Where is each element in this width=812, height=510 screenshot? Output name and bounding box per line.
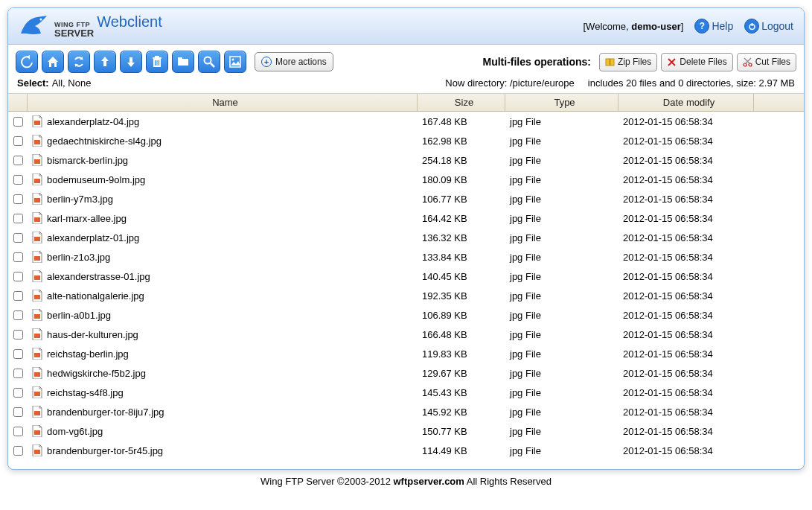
file-icon — [32, 270, 42, 282]
svg-rect-4 — [153, 57, 162, 59]
col-size[interactable]: Size — [418, 94, 505, 111]
file-size: 164.42 KB — [418, 213, 505, 224]
svg-rect-10 — [178, 57, 182, 60]
file-list[interactable]: alexanderplatz-04.jpg167.48 KBjpg File20… — [8, 112, 804, 469]
logout-link[interactable]: Logout — [744, 19, 793, 34]
select-all-link[interactable]: All — [52, 77, 63, 89]
table-row[interactable]: berlin-z1o3.jpg133.84 KBjpg File2012-01-… — [8, 247, 804, 267]
row-checkbox[interactable] — [13, 233, 23, 243]
file-size: 192.35 KB — [418, 290, 505, 302]
table-row[interactable]: alexanderstrasse-01.jpg140.45 KBjpg File… — [8, 267, 804, 286]
download-button[interactable] — [120, 51, 142, 73]
help-link[interactable]: ? Help — [694, 19, 733, 34]
row-checkbox[interactable] — [13, 427, 23, 436]
file-size: 162.98 KB — [418, 136, 505, 147]
file-date: 2012-01-15 06:58:34 — [618, 252, 754, 263]
row-checkbox[interactable] — [13, 330, 23, 340]
table-row[interactable]: reichstag-s4f8.jpg145.43 KBjpg File2012-… — [8, 383, 804, 402]
row-checkbox[interactable] — [13, 369, 23, 378]
file-icon — [32, 251, 42, 263]
table-row[interactable]: haus-der-kulturen.jpg166.48 KBjpg File20… — [8, 325, 804, 344]
file-date: 2012-01-15 06:58:34 — [618, 174, 754, 185]
table-row[interactable]: brandenburger-tor-5r45.jpg114.49 KBjpg F… — [8, 441, 804, 460]
refresh-button[interactable] — [68, 51, 90, 73]
delete-x-icon — [667, 57, 677, 67]
wing-logo-icon — [19, 13, 48, 39]
delete-files-button[interactable]: Delete Files — [661, 53, 732, 71]
table-row[interactable]: gedaechtniskirche-sl4g.jpg162.98 KBjpg F… — [8, 131, 804, 150]
svg-point-11 — [205, 57, 211, 64]
thumbnail-button[interactable] — [224, 51, 246, 73]
table-row[interactable]: brandenburger-tor-8iju7.jpg145.92 KBjpg … — [8, 402, 804, 421]
table-row[interactable]: reichstag-berlin.jpg119.83 KBjpg File201… — [8, 344, 804, 363]
table-row[interactable]: hedwigskirche-f5b2.jpg129.67 KBjpg File2… — [8, 363, 804, 383]
svg-rect-29 — [34, 237, 40, 241]
col-type[interactable]: Type — [505, 94, 618, 111]
col-date[interactable]: Date modify — [618, 94, 754, 111]
table-row[interactable]: alexanderplatz-01.jpg136.32 KBjpg File20… — [8, 228, 804, 247]
svg-rect-25 — [34, 159, 40, 164]
row-checkbox[interactable] — [13, 388, 23, 398]
table-row[interactable]: alte-nationalgalerie.jpg192.35 KBjpg Fil… — [8, 286, 804, 305]
cut-files-button[interactable]: Cut Files — [737, 53, 796, 71]
row-checkbox[interactable] — [13, 214, 23, 223]
new-folder-button[interactable] — [172, 51, 194, 73]
select-none-link[interactable]: None — [68, 77, 91, 89]
row-checkbox[interactable] — [13, 136, 23, 146]
zip-files-button[interactable]: Zip Files — [599, 53, 657, 71]
file-name: alexanderstrasse-01.jpg — [47, 271, 150, 282]
row-checkbox[interactable] — [13, 272, 23, 281]
row-checkbox[interactable] — [13, 407, 23, 417]
file-icon — [32, 309, 42, 321]
col-name[interactable]: Name — [28, 94, 418, 111]
file-size: 254.18 KB — [418, 155, 505, 166]
table-row[interactable]: dom-vg6t.jpg150.77 KBjpg File2012-01-15 … — [8, 421, 804, 441]
file-name: dom-vg6t.jpg — [47, 426, 103, 437]
row-checkbox[interactable] — [13, 194, 23, 204]
file-size: 150.77 KB — [418, 426, 505, 437]
file-type: jpg File — [505, 213, 618, 224]
delete-button[interactable] — [146, 51, 168, 73]
more-actions-button[interactable]: + More actions — [255, 52, 333, 71]
table-row[interactable]: bodemuseum-9olm.jpg180.09 KBjpg File2012… — [8, 170, 804, 189]
row-checkbox[interactable] — [13, 156, 23, 165]
help-icon: ? — [694, 19, 709, 34]
table-row[interactable]: berlin-a0b1.jpg106.89 KBjpg File2012-01-… — [8, 305, 804, 325]
row-checkbox[interactable] — [13, 252, 23, 262]
row-checkbox[interactable] — [13, 446, 23, 456]
file-date: 2012-01-15 06:58:34 — [618, 426, 754, 437]
back-button[interactable] — [16, 51, 38, 73]
footer: Wing FTP Server ©2003-2012 wftpserver.co… — [7, 470, 805, 490]
file-type: jpg File — [505, 329, 618, 340]
file-type: jpg File — [505, 155, 618, 166]
file-size: 119.83 KB — [418, 348, 505, 360]
file-name: haus-der-kulturen.jpg — [47, 329, 138, 340]
file-type: jpg File — [505, 310, 618, 321]
svg-rect-26 — [34, 179, 40, 183]
home-button[interactable] — [42, 51, 64, 73]
toolbar: + More actions Multi-files operations: Z… — [8, 45, 804, 76]
zip-icon — [605, 57, 615, 67]
search-button[interactable] — [198, 51, 220, 73]
svg-rect-32 — [34, 295, 40, 299]
row-checkbox[interactable] — [13, 175, 23, 185]
table-row[interactable]: alexanderplatz-04.jpg167.48 KBjpg File20… — [8, 112, 804, 131]
table-row[interactable]: karl-marx-allee.jpg164.42 KBjpg File2012… — [8, 208, 804, 228]
row-checkbox[interactable] — [13, 349, 23, 359]
file-date: 2012-01-15 06:58:34 — [618, 116, 754, 127]
row-checkbox[interactable] — [13, 117, 23, 127]
file-date: 2012-01-15 06:58:34 — [618, 445, 754, 456]
file-date: 2012-01-15 06:58:34 — [618, 136, 754, 147]
row-checkbox[interactable] — [13, 291, 23, 301]
svg-rect-31 — [34, 275, 40, 280]
svg-rect-5 — [155, 56, 159, 57]
upload-button[interactable] — [94, 51, 116, 73]
file-size: 136.32 KB — [418, 232, 505, 243]
file-type: jpg File — [505, 407, 618, 418]
file-name: berlin-a0b1.jpg — [47, 310, 111, 321]
svg-rect-38 — [34, 411, 40, 415]
table-row[interactable]: bismarck-berlin.jpg254.18 KBjpg File2012… — [8, 150, 804, 170]
row-checkbox[interactable] — [13, 310, 23, 320]
file-name: reichstag-s4f8.jpg — [47, 387, 124, 398]
table-row[interactable]: berlin-y7m3.jpg106.77 KBjpg File2012-01-… — [8, 189, 804, 208]
